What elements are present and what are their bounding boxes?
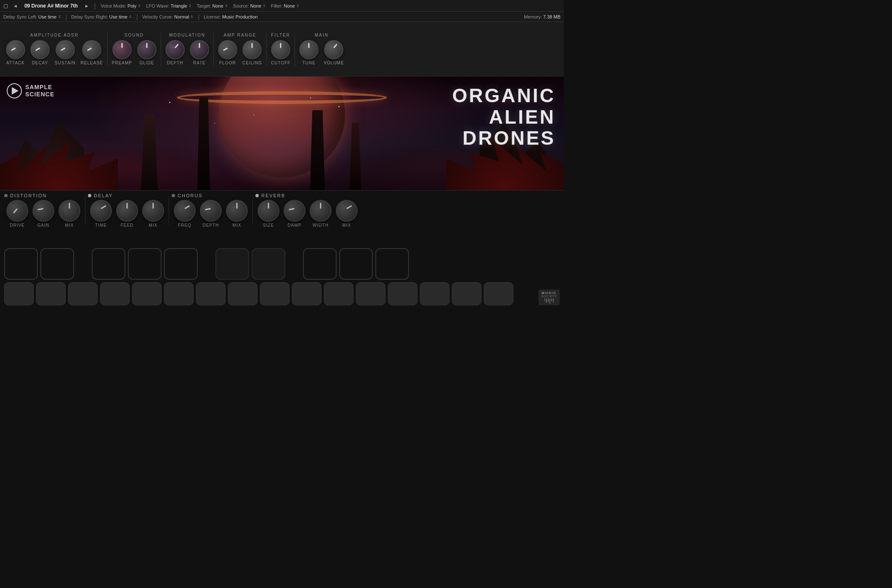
feed-knob[interactable] xyxy=(116,200,138,222)
feed-knob-item: FEED xyxy=(114,200,140,228)
pad-3[interactable] xyxy=(92,248,125,280)
volume-label: VOLUME xyxy=(324,61,344,65)
pad-7[interactable] xyxy=(252,248,285,280)
pads-section: MUSIC SOCIETY xyxy=(0,245,564,320)
filter-control[interactable]: Filter: None ⇕ xyxy=(271,3,300,8)
pad-6[interactable] xyxy=(215,248,249,280)
pad-4[interactable] xyxy=(128,248,162,280)
distortion-knobs: DRIVE GAIN MIX xyxy=(4,200,82,228)
pad-s14[interactable] xyxy=(420,282,449,305)
target-control[interactable]: Target: None ⇕ xyxy=(197,3,228,8)
pad-2[interactable] xyxy=(40,248,74,280)
pad-s13[interactable] xyxy=(388,282,417,305)
gain-label: GAIN xyxy=(37,223,49,228)
decay-knob[interactable] xyxy=(30,40,50,59)
ss-logo-text: SAMPLE SCIENCE xyxy=(25,84,54,98)
target-dropdown[interactable]: ⇕ xyxy=(225,4,228,8)
distortion-mix-knob[interactable] xyxy=(58,200,80,222)
gain-knob[interactable] xyxy=(32,200,54,222)
glide-knob[interactable] xyxy=(137,40,157,59)
reverb-mix-knob[interactable] xyxy=(336,200,358,222)
pad-s15[interactable] xyxy=(452,282,481,305)
pad-s7[interactable] xyxy=(196,282,226,305)
velocity-curve-control[interactable]: Velocity Curve: Normal ⇕ xyxy=(142,14,194,19)
pad-s3[interactable] xyxy=(68,282,98,305)
pad-8[interactable] xyxy=(303,248,337,280)
delay-title: DELAY xyxy=(94,193,113,198)
tune-knob[interactable] xyxy=(299,40,319,59)
license-control: License: Music Production xyxy=(204,14,258,19)
freq-knob[interactable] xyxy=(174,200,196,222)
source-control[interactable]: Source: None ⇕ xyxy=(233,3,266,8)
eff-div-3 xyxy=(252,196,253,225)
ceiling-knob[interactable] xyxy=(242,40,262,59)
pad-s1[interactable] xyxy=(4,282,34,305)
pad-s10[interactable] xyxy=(292,282,321,305)
delay-mix-knob[interactable] xyxy=(142,200,164,222)
pad-s11[interactable] xyxy=(324,282,353,305)
freq-knob-item: FREQ xyxy=(172,200,198,228)
time-knob[interactable] xyxy=(90,200,112,222)
chorus-toggle[interactable] xyxy=(172,194,175,197)
pad-s5[interactable] xyxy=(132,282,162,305)
music-society-watermark: MUSIC SOCIETY xyxy=(539,289,560,305)
reverb-toggle[interactable] xyxy=(255,194,259,197)
pad-1[interactable] xyxy=(4,248,38,280)
lfo-wave-dropdown[interactable]: ⇕ xyxy=(188,4,192,8)
filter-dropdown[interactable]: ⇕ xyxy=(296,4,300,8)
delay-sync-left-control[interactable]: Delay Sync Left: Use time ⇕ xyxy=(3,14,61,19)
source-label: Source: xyxy=(233,3,249,8)
cutoff-label: CUTOFF xyxy=(271,61,290,65)
feed-label: FEED xyxy=(121,223,134,228)
release-knob[interactable] xyxy=(82,40,101,59)
divider-4 xyxy=(266,32,267,66)
voice-mode-dropdown[interactable]: ⇕ xyxy=(138,4,141,8)
pad-5[interactable] xyxy=(164,248,198,280)
delay-mix-knob-item: MIX xyxy=(140,200,166,228)
music-society-line2: SOCIETY xyxy=(541,295,557,298)
volume-knob[interactable] xyxy=(324,40,343,59)
preamp-knob[interactable] xyxy=(112,40,132,59)
sustain-label: SUSTAIN xyxy=(55,61,76,65)
rate-knob[interactable] xyxy=(190,40,209,59)
width-knob[interactable] xyxy=(310,200,332,222)
pad-10[interactable] xyxy=(375,248,409,280)
cutoff-knob[interactable] xyxy=(271,40,290,59)
chorus-title: CHORUS xyxy=(178,193,203,198)
pad-s4[interactable] xyxy=(100,282,130,305)
size-knob[interactable] xyxy=(258,200,279,222)
prev-patch-button[interactable]: ◄ xyxy=(13,3,18,8)
damp-knob[interactable] xyxy=(284,200,305,222)
eff-div-2 xyxy=(169,196,169,225)
pad-s8[interactable] xyxy=(228,282,258,305)
amp-range-group: AMP RANGE FLOOR CEILING xyxy=(215,33,265,65)
depth-knob[interactable] xyxy=(165,40,185,59)
main-group: MAIN TUNE VOLUME xyxy=(297,33,346,65)
distortion-toggle[interactable] xyxy=(4,194,8,197)
next-patch-button[interactable]: ► xyxy=(85,3,89,8)
pad-s2[interactable] xyxy=(36,282,66,305)
filter-title: FILTER xyxy=(271,33,290,37)
floor-knob[interactable] xyxy=(218,40,237,59)
drive-knob[interactable] xyxy=(6,200,28,222)
pad-s12[interactable] xyxy=(356,282,385,305)
pad-9[interactable] xyxy=(339,248,373,280)
chorus-depth-knob[interactable] xyxy=(200,200,222,222)
pad-s9[interactable] xyxy=(260,282,289,305)
sustain-knob[interactable] xyxy=(56,40,75,59)
pad-s6[interactable] xyxy=(164,282,194,305)
chorus-mix-knob[interactable] xyxy=(226,200,248,222)
release-label: RELEASE xyxy=(81,61,103,65)
drive-label: DRIVE xyxy=(10,223,25,228)
size-knob-item: SIZE xyxy=(255,200,281,228)
star-2 xyxy=(254,114,255,115)
delay-toggle[interactable] xyxy=(88,194,91,197)
pad-s16[interactable] xyxy=(484,282,513,305)
source-value: None xyxy=(250,3,261,8)
attack-knob[interactable] xyxy=(6,40,25,59)
lfo-wave-control[interactable]: LFO Wave: Triangle ⇕ xyxy=(146,3,192,8)
source-dropdown[interactable]: ⇕ xyxy=(263,4,266,8)
modulation-group: MODULATION DEPTH RATE xyxy=(163,33,212,65)
voice-mode-control[interactable]: Voice Mode: Poly ⇕ xyxy=(101,3,141,8)
delay-sync-right-control[interactable]: Delay Sync Right: Use time ⇕ xyxy=(71,14,132,19)
